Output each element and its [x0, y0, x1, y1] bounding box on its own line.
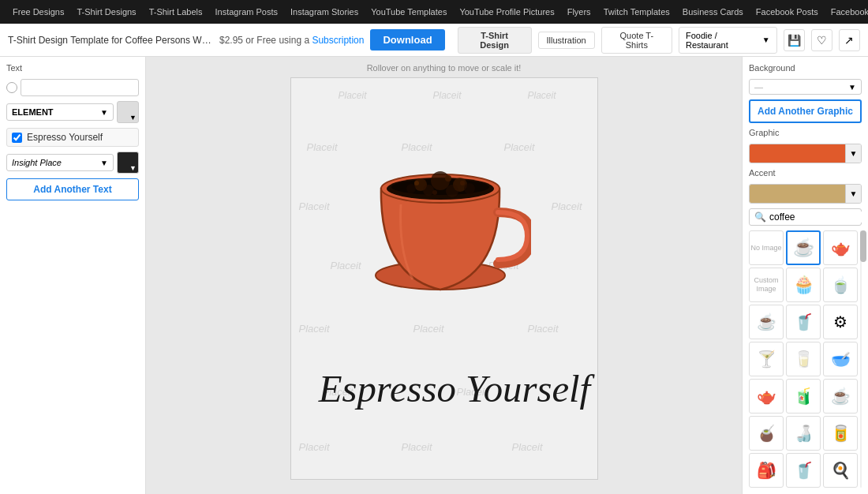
background-label: Background — [749, 63, 862, 73]
icon-bowl[interactable]: 🥣 — [823, 342, 858, 376]
coffee-cup-illustration[interactable] — [357, 110, 531, 315]
nav-item-free-designs[interactable]: Free Designs — [6, 0, 70, 24]
download-button[interactable]: Download — [370, 29, 444, 51]
icon-drinks-bag[interactable]: 🧃 — [786, 379, 821, 414]
nav-item-facebook-posts[interactable]: Facebook Posts — [750, 0, 825, 24]
icon-teapot[interactable]: 🍵 — [823, 268, 858, 302]
subscription-link[interactable]: Subscription — [312, 35, 364, 46]
icon-stand-mixer[interactable]: 🍳 — [823, 453, 858, 488]
share-icon-btn[interactable]: ↗ — [839, 29, 860, 51]
nav-item-twitch[interactable]: Twitch Templates — [597, 0, 676, 24]
nav-item-youtube-templates[interactable]: YouTube Templates — [365, 0, 453, 24]
watermark-19: Placeit — [512, 441, 543, 453]
left-panel: Text ELEMENT ▼ ▼ Espresso Yourself Insig… — [0, 57, 146, 494]
watermark-12: Placeit — [299, 323, 330, 335]
element-row: ELEMENT ▼ ▼ — [6, 101, 139, 123]
save-icon-btn[interactable]: 💾 — [784, 29, 805, 51]
svg-point-9 — [423, 185, 434, 196]
graphic-label: Graphic — [749, 128, 862, 137]
icon-coffee-sack[interactable]: 🎒 — [749, 453, 784, 488]
accent-swatch-arrow[interactable]: ▼ — [845, 185, 861, 204]
nav-item-instagram-posts[interactable]: Instagram Posts — [209, 0, 284, 24]
icon-martini[interactable]: 🍸 — [749, 342, 784, 376]
background-select[interactable]: — ▼ — [749, 79, 862, 95]
icon-kettle[interactable]: 🫖 — [749, 379, 784, 414]
icon-mixer[interactable]: 🍶 — [786, 416, 821, 451]
icon-glass-tall[interactable]: 🥛 — [786, 342, 821, 376]
canvas-frame[interactable]: Placeit Placeit Placeit Placeit Placeit … — [290, 77, 598, 480]
favorite-icon-btn[interactable]: ♡ — [811, 29, 832, 51]
main-layout: Text ELEMENT ▼ ▼ Espresso Yourself Insig… — [0, 57, 868, 494]
icon-grid: No Image ☕ 🫖 Custom Image 🧁 🍵 ☕ 🥤 ⚙ 🍸 🥛 … — [749, 230, 858, 488]
right-panel: Background — ▼ Add Another Graphic Graph… — [742, 57, 868, 494]
top-nav: Free Designs T-Shirt Designs T-Shirt Lab… — [0, 0, 868, 24]
accent-color-swatch[interactable]: ▼ — [749, 184, 862, 204]
svg-point-13 — [432, 190, 437, 195]
nav-item-tshirt-designs[interactable]: T-Shirt Designs — [70, 0, 142, 24]
nav-item-flyers[interactable]: Flyers — [561, 0, 597, 24]
font-dropdown[interactable]: Insight Place ▼ — [6, 154, 114, 171]
tag-illustration[interactable]: Illustration — [538, 32, 595, 49]
graphic-search-row: 🔍 — [749, 208, 862, 226]
element-dropdown[interactable]: ELEMENT ▼ — [6, 103, 114, 121]
icon-coffee-to-go[interactable]: 🥤 — [786, 305, 821, 339]
text-field[interactable] — [21, 79, 139, 96]
svg-text:Espresso Yourself: Espresso Yourself — [317, 368, 595, 410]
icon-coffee-cup-1[interactable]: ☕ — [786, 230, 821, 265]
watermark-7: Placeit — [299, 200, 330, 212]
icon-custom-image[interactable]: Custom Image — [749, 268, 784, 302]
accent-label: Accent — [749, 168, 862, 178]
icon-coffee-cup-2[interactable]: ☕ — [823, 379, 858, 414]
text-label: Text — [6, 63, 139, 73]
icon-no-image[interactable]: No Image — [749, 230, 784, 265]
add-text-button[interactable]: Add Another Text — [6, 178, 139, 200]
watermark-9: Placeit — [552, 200, 582, 212]
icon-grid-area: No Image ☕ 🫖 Custom Image 🧁 🍵 ☕ 🥤 ⚙ 🍸 🥛 … — [749, 230, 862, 488]
text-checkbox[interactable] — [12, 133, 22, 143]
watermark-2: Placeit — [433, 90, 462, 101]
graphic-color-swatch[interactable]: ▼ — [749, 144, 862, 163]
text-checkbox-row: Espresso Yourself — [6, 128, 139, 147]
nav-item-business-cards[interactable]: Business Cards — [676, 0, 750, 24]
tag-foodie-dropdown[interactable]: Foodie / Restaurant ▼ — [679, 27, 777, 54]
svg-point-11 — [414, 181, 419, 185]
canvas-hint: Rollover on anything to move or scale it… — [367, 63, 522, 73]
graphic-search-input[interactable] — [769, 211, 868, 223]
graphic-swatch-orange — [750, 144, 845, 163]
icon-blender[interactable]: 🧉 — [749, 416, 784, 451]
watermark-3: Placeit — [528, 90, 556, 101]
text-checkbox-label: Espresso Yourself — [27, 132, 103, 143]
nav-item-youtube-profile[interactable]: YouTube Profile Pictures — [453, 0, 560, 24]
watermark-1: Placeit — [339, 90, 367, 101]
tag-quote-tshirts[interactable]: Quote T-Shirts — [601, 27, 672, 54]
svg-point-7 — [406, 184, 416, 193]
svg-point-10 — [446, 185, 458, 197]
price-text: $2.95 or Free using a Subscription — [219, 35, 364, 46]
icon-can[interactable]: 🥫 — [823, 416, 858, 451]
text-input-row — [6, 79, 139, 96]
icon-coffee-maker[interactable]: ⚙ — [823, 305, 858, 339]
icon-coffee-press[interactable]: 🫖 — [823, 230, 858, 265]
font-color-box[interactable]: ▼ — [117, 152, 139, 174]
element-color-box[interactable]: ▼ — [117, 101, 139, 123]
tag-tshirt-design[interactable]: T-Shirt Design — [458, 27, 532, 54]
design-text[interactable]: Espresso Yourself — [302, 357, 586, 424]
search-icon: 🔍 — [754, 211, 766, 223]
canvas-area: Rollover on anything to move or scale it… — [146, 57, 742, 494]
page-title: T-Shirt Design Template for Coffee Perso… — [8, 35, 213, 46]
graphic-swatch-arrow[interactable]: ▼ — [845, 144, 861, 163]
right-scrollbar[interactable] — [860, 230, 862, 488]
title-bar: T-Shirt Design Template for Coffee Perso… — [0, 24, 868, 57]
text-radio[interactable] — [6, 82, 17, 93]
icon-cupcake[interactable]: 🧁 — [786, 268, 821, 302]
nav-item-instagram-stories[interactable]: Instagram Stories — [284, 0, 365, 24]
nav-item-tshirt-labels[interactable]: T-Shirt Labels — [143, 0, 209, 24]
icon-coffee-machine[interactable]: ☕ — [749, 305, 784, 339]
icon-food-processor[interactable]: 🥤 — [786, 453, 821, 488]
svg-point-8 — [464, 183, 475, 194]
watermark-4: Placeit — [307, 141, 338, 153]
font-row: Insight Place ▼ ▼ — [6, 152, 139, 174]
watermark-13: Placeit — [413, 323, 444, 335]
add-graphic-button[interactable]: Add Another Graphic — [749, 99, 862, 123]
nav-item-facebook-covers[interactable]: Facebook Covers — [825, 0, 868, 24]
